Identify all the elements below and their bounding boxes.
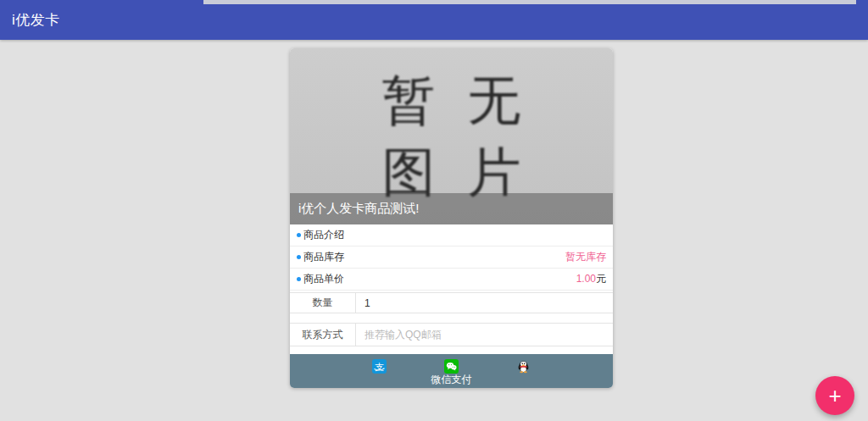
contact-input[interactable] [356,324,613,346]
info-row-intro: 商品介绍 [290,224,613,247]
add-fab-button[interactable]: + [815,376,854,415]
product-title: i优个人发卡商品测试! [298,201,420,217]
info-row-stock: 商品库存 暂无库存 [290,247,613,269]
bullet-icon [297,233,301,237]
info-label: 商品介绍 [303,228,344,242]
quantity-input[interactable] [356,293,613,313]
payment-option-alipay[interactable]: 支 [343,359,415,388]
info-row-price: 商品单价 1.00元 [290,269,613,291]
price-unit: 元 [596,273,606,285]
wechat-pay-icon [444,359,459,374]
product-card: 暂 无 图 片 i优个人发卡商品测试! 商品介绍 商品库存 暂无库存 商品单价 … [290,48,613,388]
no-image-char: 暂 [382,74,436,127]
bullet-icon [297,277,301,281]
info-label: 商品单价 [303,272,344,286]
no-image-char: 图 [382,146,436,199]
navbar: i优发卡 [0,0,868,40]
svg-text:支: 支 [375,362,384,373]
title-overlay: i优个人发卡商品测试! [290,193,613,224]
no-image-char: 片 [468,146,521,199]
top-progress-strip [203,0,856,4]
contact-label: 联系方式 [290,324,356,346]
qq-icon [516,359,531,374]
product-image-placeholder: 暂 无 图 片 i优个人发卡商品测试! [290,48,613,224]
alipay-icon: 支 [372,359,387,374]
no-image-char: 无 [468,74,521,127]
contact-row: 联系方式 [290,323,613,346]
stock-status: 暂无库存 [565,250,606,264]
payment-option-qq[interactable] [487,359,559,388]
price-value: 1.00元 [576,272,606,286]
brand-title[interactable]: i优发卡 [0,0,60,40]
quantity-row: 数量 [290,292,613,313]
price-number: 1.00 [576,273,596,285]
bullet-icon [297,255,301,259]
info-label: 商品库存 [303,250,344,264]
plus-icon: + [828,385,841,407]
payment-option-wechat[interactable]: 微信支付 [415,359,487,388]
payment-label-wechat: 微信支付 [431,374,472,385]
payment-footer: 支 微信支付 [290,354,613,388]
quantity-label: 数量 [290,293,356,313]
product-info-list: 商品介绍 商品库存 暂无库存 商品单价 1.00元 [290,224,613,291]
